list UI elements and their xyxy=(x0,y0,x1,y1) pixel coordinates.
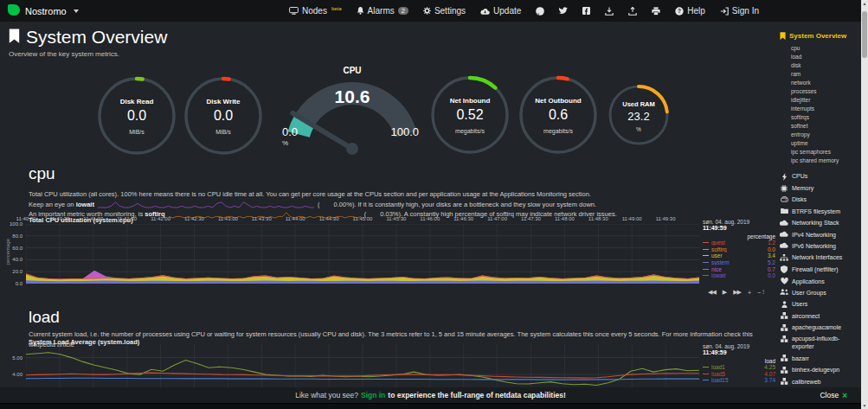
chart-resize-handle[interactable]: ↕ xyxy=(762,288,765,296)
legend-units-header: percentage xyxy=(703,233,775,240)
gauge-value: 23.2 xyxy=(608,110,670,123)
sidebar-item-idlejitter[interactable]: idlejitter xyxy=(791,96,859,105)
sidebar-item-memory[interactable]: Memory xyxy=(780,182,859,194)
zoom-in-button[interactable]: + xyxy=(748,290,750,296)
legend-series-name: system xyxy=(711,259,768,265)
legend-entry-load1[interactable]: load14.25 xyxy=(703,364,775,371)
signin-button[interactable]: Sign In xyxy=(720,6,759,16)
sitemap-icon xyxy=(780,254,788,261)
gauge-label: Used RAM xyxy=(608,100,670,108)
sidebar-item-softnet[interactable]: softnet xyxy=(791,122,859,131)
x-tick-label: 11:49:30 xyxy=(648,216,683,221)
sidebar-item-calibreweb[interactable]: calibreweb xyxy=(780,375,859,387)
sidebar-item-apacheguacamole[interactable]: apacheguacamole xyxy=(780,322,859,333)
scrollbar-thumb[interactable] xyxy=(862,11,867,58)
legend-entry-load5[interactable]: load54.07 xyxy=(703,371,775,378)
sidebar-item-uptime[interactable]: uptime xyxy=(791,139,859,148)
facebook-button[interactable] xyxy=(582,7,590,15)
banner-signin-link[interactable]: Sign in xyxy=(361,391,385,399)
legend-entry-nice[interactable]: nice0.7 xyxy=(703,265,775,272)
import-button[interactable] xyxy=(605,7,614,16)
sidebar-item-entropy[interactable]: entropy xyxy=(791,131,859,139)
gauge-disk-write[interactable]: Disk Write 0.0 MiB/s xyxy=(183,76,263,156)
sidebar-item-network[interactable]: network xyxy=(791,79,859,87)
page-scrollbar[interactable]: ▲ ▼ xyxy=(861,0,868,409)
twitter-button[interactable] xyxy=(559,7,568,15)
cpu-chart: Total CPU utilization (system.cpu) perce… xyxy=(0,216,779,303)
help-button[interactable]: ? Help xyxy=(675,6,705,16)
alarms-button[interactable]: Alarms 2 xyxy=(357,6,408,16)
sidebar-item-system-overview[interactable]: System Overview xyxy=(780,32,859,40)
x-tick-label: 11:48:00 xyxy=(547,216,582,221)
sign-in-icon xyxy=(720,7,729,16)
navbar-items: Nodes beta Alarms 2 Settings Update ? He… xyxy=(289,6,759,16)
legend-entry-guest[interactable]: guest1.2 xyxy=(703,240,775,246)
sidebar-item-cpus[interactable]: CPUs xyxy=(780,170,859,182)
sidebar-item-applications[interactable]: Applications xyxy=(780,275,859,286)
gauge-value: 0.0 xyxy=(97,108,177,124)
gauge-unit: MiB/s xyxy=(183,129,263,135)
x-tick-label: 11:40:30 xyxy=(42,216,77,221)
sidebar-item-interrupts[interactable]: interrupts xyxy=(791,105,859,113)
sidebar-item-airconnect[interactable]: airconnect xyxy=(780,310,859,322)
legend-entry-load15[interactable]: load153.74 xyxy=(703,377,775,384)
sidebar-item-label: BTRFS filesystem xyxy=(792,208,840,215)
gauge-net-outbound[interactable]: Net Outbound 0.6 megabits/s xyxy=(518,75,598,155)
sidebar-item-user-groups[interactable]: User Groups xyxy=(780,287,859,298)
legend-entry-system[interactable]: system5.2 xyxy=(703,259,775,266)
sidebar-item-bazarr[interactable]: bazarr xyxy=(780,353,859,364)
banner-suffix: to experience the full-range of netdata … xyxy=(388,391,565,399)
print-button[interactable] xyxy=(652,7,660,16)
sidebar-item-ipc-semaphores[interactable]: ipc semaphores xyxy=(791,148,859,157)
sidebar-item-disks[interactable]: Disks xyxy=(780,194,859,205)
update-button[interactable]: Update xyxy=(480,6,521,16)
cubes-icon xyxy=(780,324,788,331)
sidebar-item-btrfs-filesystem[interactable]: BTRFS filesystem xyxy=(780,206,859,217)
sidebar-item-load[interactable]: load xyxy=(791,53,859,61)
sidebar-item-ram[interactable]: ram xyxy=(791,70,859,79)
sidebar-item-disk[interactable]: disk xyxy=(791,61,859,70)
sidebar-item-firewall-netfilter-[interactable]: Firewall (netfilter) xyxy=(780,264,859,276)
sidebar-item-network-interfaces[interactable]: Network Interfaces xyxy=(780,252,859,263)
nodes-button[interactable]: Nodes beta xyxy=(289,6,342,16)
gauge-cpu[interactable]: CPU 10.6 0.0 100.0 % xyxy=(275,66,429,156)
export-button[interactable] xyxy=(628,7,637,16)
legend-entry-softirq[interactable]: softirq0.0 xyxy=(703,246,775,253)
gauge-net-inbound[interactable]: Net Inbound 0.52 megabits/s xyxy=(430,75,510,155)
sidebar-item-cpu[interactable]: cpu xyxy=(791,44,859,53)
scroll-up-arrow[interactable]: ▲ xyxy=(861,1,868,6)
gauge-disk-read[interactable]: Disk Read 0.0 MiB/s xyxy=(97,76,177,156)
gauge-max: 100.0 xyxy=(390,125,419,138)
sidebar-item-processes[interactable]: processes xyxy=(791,87,859,96)
legend-series-name: iowait xyxy=(711,272,768,278)
scroll-down-arrow[interactable]: ▼ xyxy=(861,403,868,408)
legend-entry-iowait[interactable]: iowait0.0 xyxy=(703,272,775,279)
bolt-icon xyxy=(780,173,788,181)
sidebar-item-networking-stack[interactable]: Networking Stack xyxy=(780,217,859,228)
pan-forward-button[interactable]: ▶▶ xyxy=(733,289,741,296)
zoom-out-button[interactable]: − xyxy=(757,290,760,296)
legend-swatch xyxy=(703,249,709,250)
y-tick-label: 4.00 xyxy=(0,372,23,377)
play-button[interactable]: ▶ xyxy=(723,289,726,296)
github-button[interactable] xyxy=(536,7,544,16)
sidebar-item-ipv4-networking[interactable]: IPv4 Networking xyxy=(780,228,859,240)
cpu-plot-area[interactable] xyxy=(26,224,699,284)
sidebar-item-apcupsd-influxdb-exporter[interactable]: apcupsd-influxdb-exporter xyxy=(780,333,859,352)
settings-button[interactable]: Settings xyxy=(423,6,466,16)
legend-entry-user[interactable]: user3.4 xyxy=(703,252,775,259)
sidebar-item-ipc-shared-memory[interactable]: ipc shared memory xyxy=(791,157,859,165)
gauge-used-ram[interactable]: Used RAM 23.2 % xyxy=(608,84,670,146)
twitter-icon xyxy=(559,7,568,15)
sidebar-item-label: IPv6 Networking xyxy=(792,242,836,250)
sidebar-item-ipv6-networking[interactable]: IPv6 Networking xyxy=(780,240,859,252)
sidebar-item-softirqs[interactable]: softirqs xyxy=(791,113,859,122)
sidebar-item-users[interactable]: Users xyxy=(780,298,859,310)
node-selector[interactable]: Nostromo xyxy=(7,3,79,18)
sidebar-item-binhex-delugevpn[interactable]: binhex-delugevpn xyxy=(780,364,859,375)
chart-toolbar: ◀◀ ▶ ▶▶ + − xyxy=(708,289,760,296)
banner-close-button[interactable]: Close × xyxy=(820,387,847,403)
pan-backward-button[interactable]: ◀◀ xyxy=(708,289,716,296)
gauge-label: Disk Read xyxy=(97,98,177,105)
hdd-icon xyxy=(780,196,788,202)
